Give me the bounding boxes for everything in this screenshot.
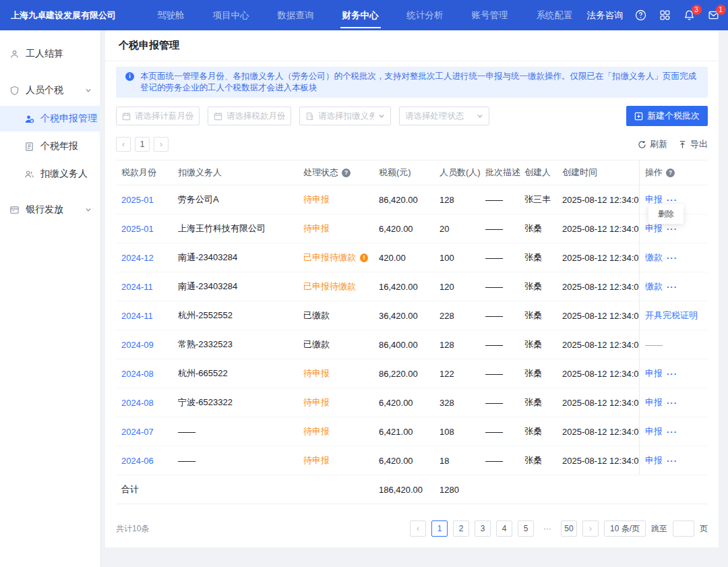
creator-cell: 张三丰: [519, 193, 557, 206]
row-action-link[interactable]: 缴款: [645, 280, 663, 293]
more-actions-icon[interactable]: ···: [667, 369, 677, 379]
page-prev-button[interactable]: ‹: [410, 520, 426, 537]
table-header-row: 税款月份扣缴义务人处理状态?税额(元)人员数(人)批次描述创建人创建时间操作?: [116, 160, 708, 185]
sidebar-item-4[interactable]: 个税年报: [0, 133, 100, 159]
messages-mail-icon[interactable]: 1: [707, 9, 721, 22]
nav-item-1[interactable]: 驾驶舱: [143, 0, 199, 30]
row-action-link[interactable]: 缴款: [645, 251, 663, 264]
table-row-6: 2024-09常熟-2332523已缴款86,400.00128——张桑2025…: [116, 330, 708, 359]
sidebar-item-6[interactable]: 银行发放: [0, 196, 100, 223]
tax-month-link[interactable]: 2024-11: [121, 311, 153, 321]
export-button[interactable]: 导出: [678, 138, 708, 150]
tax-month-link[interactable]: 2025-01: [121, 195, 154, 205]
row-action-link[interactable]: 开具完税证明: [645, 309, 698, 322]
apps-grid-icon[interactable]: [659, 9, 672, 22]
nav-item-4[interactable]: 财务中心: [328, 0, 393, 30]
nav-item-5[interactable]: 统计分析: [393, 0, 458, 30]
page-button-4[interactable]: 4: [496, 520, 512, 537]
tax-month-link[interactable]: 2024-11: [121, 282, 153, 292]
tax-month-link[interactable]: 2024-08: [121, 398, 154, 408]
refresh-button[interactable]: 刷新: [638, 138, 667, 150]
status-filter[interactable]: [399, 107, 489, 125]
more-actions-icon[interactable]: ···: [667, 427, 677, 437]
summary-amount: 186,420.00: [373, 485, 434, 495]
operation-cell: ——: [639, 330, 708, 359]
main-area: 个税申报管理 i 本页面统一管理各月份、各扣缴义务人（劳务公司）的个税批次，支持…: [100, 30, 728, 567]
legal-consult-link[interactable]: 法务咨询: [587, 9, 624, 22]
table-row-1: 2025-01劳务公司A待申报86,420.00128——张三丰2025-08-…: [116, 185, 708, 214]
row-action-link[interactable]: 申报: [645, 454, 663, 467]
tax-month-link[interactable]: 2024-08: [121, 369, 154, 379]
nav-item-2[interactable]: 项目中心: [199, 0, 264, 30]
jump-page-input[interactable]: [673, 520, 694, 537]
amount-cell: 6,421.00: [373, 427, 434, 437]
export-label: 导出: [690, 138, 708, 150]
status-text: 已缴款: [303, 309, 330, 322]
delete-menu-item[interactable]: 删除: [658, 208, 674, 220]
tax-month-link[interactable]: 2025-01: [121, 224, 154, 234]
page-button-50[interactable]: 50: [561, 520, 577, 537]
question-circle-icon[interactable]: ?: [342, 169, 351, 177]
column-label: 批次描述: [485, 167, 520, 179]
more-actions-icon[interactable]: ···: [667, 282, 677, 292]
more-actions-icon[interactable]: ···: [667, 253, 677, 263]
warning-icon[interactable]: !: [360, 253, 368, 262]
row-action-link[interactable]: 申报: [645, 396, 663, 409]
notifications-bell-icon[interactable]: 3: [683, 9, 696, 22]
batch-desc-cell: ——: [480, 311, 519, 321]
page-button-2[interactable]: 2: [453, 520, 469, 537]
row-action-link[interactable]: 申报: [645, 425, 663, 438]
more-actions-icon[interactable]: ···: [667, 398, 677, 408]
created-time-cell: 2025-08-12 12:34:09: [557, 311, 639, 321]
pay-month-input[interactable]: [135, 111, 193, 121]
page-next-button[interactable]: ›: [582, 520, 599, 537]
help-icon[interactable]: [634, 9, 648, 22]
page-size-select[interactable]: 10 条/页: [604, 520, 646, 537]
sidebar-item-label: 工人结算: [26, 48, 63, 60]
tax-month-link[interactable]: 2024-06: [121, 456, 154, 466]
toolbar-actions: 刷新 导出: [638, 138, 708, 150]
created-time-cell: 2025-08-12 12:34:09: [557, 398, 639, 408]
amount-cell: 86,400.00: [373, 340, 434, 350]
mini-page-1[interactable]: 1: [135, 137, 150, 152]
create-batch-button[interactable]: 新建个税批次: [626, 106, 708, 126]
tax-month-input[interactable]: [226, 111, 285, 121]
obligor-select-input[interactable]: [318, 111, 374, 121]
sidebar-item-1[interactable]: 工人结算: [0, 40, 100, 67]
page-button-3[interactable]: 3: [475, 520, 491, 537]
column-label: 创建时间: [562, 167, 597, 179]
tax-month-link[interactable]: 2024-09: [121, 340, 154, 350]
tax-month-filter[interactable]: [208, 107, 291, 125]
obligor-filter[interactable]: [299, 107, 391, 125]
sidebar-item-2[interactable]: 人员个税: [0, 77, 100, 104]
nav-item-6[interactable]: 账号管理: [458, 0, 522, 30]
row-action-link[interactable]: 申报: [645, 367, 663, 380]
batch-desc-cell: ——: [480, 282, 519, 292]
sidebar-item-3[interactable]: 个税申报管理: [0, 106, 100, 131]
status-text: 待申报: [303, 396, 330, 409]
amount-cell: 16,420.00: [373, 282, 434, 292]
nav-item-7[interactable]: 系统配置: [522, 0, 587, 30]
obligor-cell: 宁波-6523322: [173, 396, 298, 409]
tax-month-link[interactable]: 2024-12: [121, 253, 154, 263]
question-circle-icon[interactable]: ?: [666, 169, 675, 177]
more-actions-icon[interactable]: ···: [667, 195, 677, 205]
row-action-link[interactable]: 申报: [645, 222, 663, 235]
tax-month-link[interactable]: 2024-07: [121, 427, 154, 437]
page-numbers: 12345···50: [431, 520, 577, 537]
table-row-4: 2024-11南通-23403284已申报待缴款16,420.00120——张桑…: [116, 272, 708, 301]
sidebar-item-5[interactable]: 扣缴义务人: [0, 161, 100, 187]
page-button-1[interactable]: 1: [431, 520, 448, 537]
status-select-input[interactable]: [405, 111, 473, 121]
page-button-5[interactable]: 5: [518, 520, 534, 537]
tax-month-cell: 2024-07: [116, 427, 173, 437]
pay-month-filter[interactable]: [116, 107, 200, 125]
more-actions-icon[interactable]: ···: [667, 224, 677, 234]
creator-cell: 张桑: [519, 396, 557, 409]
mini-next-button[interactable]: ›: [154, 137, 169, 152]
nav-item-3[interactable]: 数据查询: [264, 0, 328, 30]
mini-prev-button[interactable]: ‹: [116, 137, 131, 152]
obligor-cell: 杭州-665522: [173, 367, 298, 380]
more-actions-icon[interactable]: ···: [667, 456, 677, 466]
topbar: 上海九卓建设发展有限公司 驾驶舱项目中心数据查询财务中心统计分析账号管理系统配置…: [0, 0, 728, 30]
